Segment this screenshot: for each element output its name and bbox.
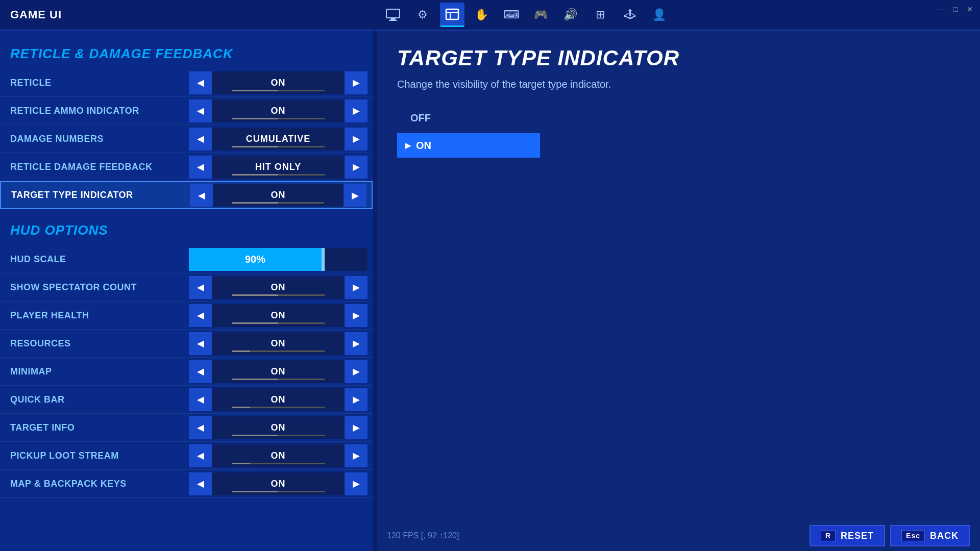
reticle-damage-feedback-next-button[interactable]: ▶ <box>345 156 368 179</box>
map-backpack-keys-next-button[interactable]: ▶ <box>345 472 368 495</box>
target-type-indicator-row[interactable]: TARGET TYPE INDICATOR ◀ ON ▶ <box>0 181 373 209</box>
reticle-damage-feedback-row: RETICLE DAMAGE FEEDBACK ◀ HIT ONLY ▶ <box>0 153 373 181</box>
keyboard-nav-icon[interactable]: ⌨ <box>499 3 524 27</box>
show-spectator-count-row: SHOW SPECTATOR COUNT ◀ ON ▶ <box>0 273 373 302</box>
hud-scale-control: 90% <box>189 245 368 273</box>
target-type-indicator-prev-button[interactable]: ◀ <box>190 184 213 207</box>
target-info-control: ◀ ON ▶ <box>189 414 368 441</box>
quick-bar-next-button[interactable]: ▶ <box>345 388 368 411</box>
target-info-next-button[interactable]: ▶ <box>345 416 368 439</box>
target-info-label: TARGET INFO <box>5 422 189 433</box>
reset-button[interactable]: R RESET <box>810 525 885 546</box>
reticle-next-button[interactable]: ▶ <box>345 71 368 94</box>
show-spectator-count-next-button[interactable]: ▶ <box>345 276 368 299</box>
monitor-nav-icon[interactable] <box>381 3 405 27</box>
resources-prev-button[interactable]: ◀ <box>189 332 212 355</box>
resources-control: ◀ ON ▶ <box>189 330 368 357</box>
minimap-value-box: ON <box>212 360 345 383</box>
damage-numbers-row: DAMAGE NUMBERS ◀ CUMULATIVE ▶ <box>0 125 373 153</box>
damage-numbers-prev-button[interactable]: ◀ <box>189 128 212 151</box>
resources-next-button[interactable]: ▶ <box>345 332 368 355</box>
player-health-prev-button[interactable]: ◀ <box>189 304 212 327</box>
target-type-indicator-value: ON <box>271 190 286 201</box>
reticle-ammo-label: RETICLE AMMO INDICATOR <box>5 106 189 116</box>
gamepad-nav-icon[interactable]: 🕹 <box>618 3 642 27</box>
panel-divider <box>373 31 377 551</box>
accessibility-nav-icon[interactable]: ⊞ <box>588 3 612 27</box>
reticle-prev-button[interactable]: ◀ <box>189 71 212 94</box>
target-info-prev-button[interactable]: ◀ <box>189 416 212 439</box>
svg-rect-3 <box>446 9 458 19</box>
back-label: BACK <box>930 531 959 541</box>
option-on-arrow: ▶ <box>405 141 411 149</box>
target-type-indicator-next-button[interactable]: ▶ <box>344 184 366 207</box>
reticle-ammo-prev-button[interactable]: ◀ <box>189 99 212 122</box>
map-backpack-keys-value: ON <box>271 479 286 489</box>
reticle-row: RETICLE ◀ ON ▶ <box>0 69 373 97</box>
bottom-bar: 120 FPS [, 92 ↑120] R RESET Esc BACK <box>377 520 980 551</box>
reticle-damage-feedback-label: RETICLE DAMAGE FEEDBACK <box>5 162 189 172</box>
target-type-indicator-label: TARGET TYPE INDICATOR <box>6 190 190 201</box>
minimap-control: ◀ ON ▶ <box>189 358 368 385</box>
pickup-loot-stream-next-button[interactable]: ▶ <box>345 444 368 467</box>
option-on-label: ON <box>416 140 431 152</box>
reticle-ammo-next-button[interactable]: ▶ <box>345 99 368 122</box>
show-spectator-count-value: ON <box>271 282 286 293</box>
damage-numbers-control: ◀ CUMULATIVE ▶ <box>189 125 368 153</box>
reticle-damage-feedback-value: HIT ONLY <box>255 162 301 172</box>
pickup-loot-stream-value: ON <box>271 450 286 461</box>
reticle-ammo-row: RETICLE AMMO INDICATOR ◀ ON ▶ <box>0 97 373 125</box>
minimap-prev-button[interactable]: ◀ <box>189 360 212 383</box>
quick-bar-value: ON <box>271 394 286 405</box>
svg-rect-1 <box>390 18 396 20</box>
quick-bar-prev-button[interactable]: ◀ <box>189 388 212 411</box>
option-off-label: OFF <box>410 112 431 124</box>
maximize-button[interactable]: □ <box>950 4 961 14</box>
reticle-value: ON <box>271 78 286 88</box>
back-button[interactable]: Esc BACK <box>890 525 970 546</box>
pickup-loot-stream-prev-button[interactable]: ◀ <box>189 444 212 467</box>
show-spectator-count-value-box: ON <box>212 276 345 299</box>
quick-bar-control: ◀ ON ▶ <box>189 386 368 413</box>
hud-scale-label: HUD SCALE <box>5 254 189 265</box>
target-info-value: ON <box>271 422 286 433</box>
damage-numbers-next-button[interactable]: ▶ <box>345 128 368 151</box>
hand-nav-icon[interactable]: ✋ <box>470 3 494 27</box>
pickup-loot-stream-row: PICKUP LOOT STREAM ◀ ON ▶ <box>0 442 373 470</box>
show-spectator-count-prev-button[interactable]: ◀ <box>189 276 212 299</box>
reticle-damage-feedback-prev-button[interactable]: ◀ <box>189 156 212 179</box>
close-button[interactable]: ✕ <box>965 4 975 14</box>
app-title: GAME UI <box>10 8 62 21</box>
map-backpack-keys-value-box: ON <box>212 472 345 495</box>
svg-rect-0 <box>386 9 400 18</box>
damage-numbers-label: DAMAGE NUMBERS <box>5 134 189 144</box>
reticle-damage-feedback-control: ◀ HIT ONLY ▶ <box>189 153 368 181</box>
map-backpack-keys-prev-button[interactable]: ◀ <box>189 472 212 495</box>
damage-numbers-value: CUMULATIVE <box>246 134 311 144</box>
minimap-next-button[interactable]: ▶ <box>345 360 368 383</box>
back-key-badge: Esc <box>901 530 925 541</box>
reticle-control: ◀ ON ▶ <box>189 69 368 96</box>
player-health-row: PLAYER HEALTH ◀ ON ▶ <box>0 302 373 330</box>
hud-scale-row: HUD SCALE 90% <box>0 245 373 273</box>
reticle-value-box: ON <box>212 71 345 94</box>
pickup-loot-stream-label: PICKUP LOOT STREAM <box>5 450 189 461</box>
reticle-damage-feedback-value-box: HIT ONLY <box>212 156 345 179</box>
settings-nav-icon[interactable]: ⚙ <box>410 3 435 27</box>
option-on[interactable]: ▶ ON <box>397 133 540 158</box>
pickup-loot-stream-control: ◀ ON ▶ <box>189 442 368 469</box>
minimize-button[interactable]: — <box>936 4 946 14</box>
option-off[interactable]: OFF <box>397 106 540 130</box>
reticle-ammo-value-box: ON <box>212 99 345 122</box>
show-spectator-count-label: SHOW SPECTATOR COUNT <box>5 282 189 293</box>
player-health-next-button[interactable]: ▶ <box>345 304 368 327</box>
controller-nav-icon[interactable]: 🎮 <box>529 3 553 27</box>
detail-description: Change the visibility of the target type… <box>397 79 960 90</box>
audio-nav-icon[interactable]: 🔊 <box>558 3 583 27</box>
resources-value: ON <box>271 338 286 349</box>
account-nav-icon[interactable]: 👤 <box>647 3 672 27</box>
player-health-label: PLAYER HEALTH <box>5 310 189 321</box>
quick-bar-row: QUICK BAR ◀ ON ▶ <box>0 386 373 414</box>
hud-nav-icon[interactable] <box>440 3 464 27</box>
nav-icons: ⚙ ✋ ⌨ 🎮 🔊 ⊞ 🕹 👤 <box>82 3 970 27</box>
